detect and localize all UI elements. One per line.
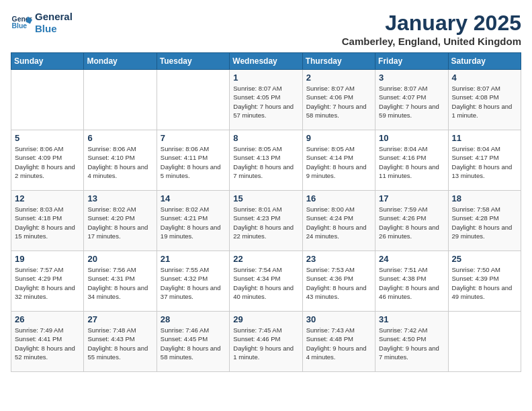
day-number: 19 — [15, 254, 80, 264]
calendar-cell: 29Sunrise: 7:45 AM Sunset: 4:46 PM Dayli… — [230, 312, 302, 372]
day-info: Sunrise: 8:02 AM Sunset: 4:20 PM Dayligh… — [87, 205, 152, 240]
day-number: 12 — [15, 193, 80, 203]
calendar-cell: 21Sunrise: 7:55 AM Sunset: 4:32 PM Dayli… — [157, 251, 229, 312]
week-row-4: 19Sunrise: 7:57 AM Sunset: 4:29 PM Dayli… — [11, 251, 521, 312]
day-info: Sunrise: 7:45 AM Sunset: 4:46 PM Dayligh… — [233, 326, 298, 361]
week-row-2: 5Sunrise: 8:06 AM Sunset: 4:09 PM Daylig… — [11, 130, 521, 191]
day-number: 8 — [233, 133, 298, 143]
day-number: 29 — [233, 314, 298, 324]
calendar-cell: 13Sunrise: 8:02 AM Sunset: 4:20 PM Dayli… — [84, 191, 157, 251]
calendar-cell — [157, 70, 229, 130]
day-info: Sunrise: 8:04 AM Sunset: 4:16 PM Dayligh… — [379, 144, 444, 180]
day-number: 7 — [161, 133, 226, 143]
day-number: 28 — [161, 314, 226, 324]
logo-text-line1: General — [35, 11, 73, 23]
calendar-cell: 24Sunrise: 7:51 AM Sunset: 4:38 PM Dayli… — [375, 251, 448, 312]
week-row-1: 1Sunrise: 8:07 AM Sunset: 4:05 PM Daylig… — [11, 70, 521, 130]
day-info: Sunrise: 7:56 AM Sunset: 4:31 PM Dayligh… — [87, 265, 152, 301]
day-number: 10 — [379, 133, 444, 143]
calendar-cell: 10Sunrise: 8:04 AM Sunset: 4:16 PM Dayli… — [375, 130, 448, 191]
calendar-cell: 14Sunrise: 8:02 AM Sunset: 4:21 PM Dayli… — [157, 191, 229, 251]
calendar-cell: 9Sunrise: 8:05 AM Sunset: 4:14 PM Daylig… — [302, 130, 375, 191]
header-monday: Monday — [84, 53, 157, 70]
day-number: 1 — [233, 73, 298, 83]
day-info: Sunrise: 8:04 AM Sunset: 4:17 PM Dayligh… — [452, 144, 517, 180]
logo: General Blue General Blue — [11, 11, 73, 35]
day-info: Sunrise: 8:01 AM Sunset: 4:23 PM Dayligh… — [233, 205, 298, 240]
day-info: Sunrise: 7:42 AM Sunset: 4:50 PM Dayligh… — [379, 326, 444, 361]
day-info: Sunrise: 8:05 AM Sunset: 4:13 PM Dayligh… — [233, 144, 298, 180]
calendar-cell: 12Sunrise: 8:03 AM Sunset: 4:18 PM Dayli… — [11, 191, 84, 251]
location: Camberley, England, United Kingdom — [342, 36, 521, 47]
calendar-cell — [84, 70, 157, 130]
day-number: 23 — [306, 254, 371, 264]
day-info: Sunrise: 7:59 AM Sunset: 4:26 PM Dayligh… — [379, 205, 444, 240]
day-number: 21 — [161, 254, 226, 264]
calendar-cell: 20Sunrise: 7:56 AM Sunset: 4:31 PM Dayli… — [84, 251, 157, 312]
calendar-cell: 19Sunrise: 7:57 AM Sunset: 4:29 PM Dayli… — [11, 251, 84, 312]
day-info: Sunrise: 8:07 AM Sunset: 4:06 PM Dayligh… — [306, 84, 371, 120]
day-number: 18 — [452, 193, 517, 203]
header-friday: Friday — [375, 53, 448, 70]
day-number: 25 — [452, 254, 517, 264]
calendar-cell: 16Sunrise: 8:00 AM Sunset: 4:24 PM Dayli… — [302, 191, 375, 251]
calendar-header-row: SundayMondayTuesdayWednesdayThursdayFrid… — [11, 53, 521, 70]
day-number: 27 — [87, 314, 152, 324]
day-info: Sunrise: 7:46 AM Sunset: 4:45 PM Dayligh… — [161, 326, 226, 361]
day-info: Sunrise: 7:48 AM Sunset: 4:43 PM Dayligh… — [87, 326, 152, 361]
day-info: Sunrise: 8:07 AM Sunset: 4:07 PM Dayligh… — [379, 84, 444, 120]
day-number: 11 — [452, 133, 517, 143]
day-number: 20 — [87, 254, 152, 264]
day-info: Sunrise: 7:55 AM Sunset: 4:32 PM Dayligh… — [161, 265, 226, 301]
day-info: Sunrise: 8:03 AM Sunset: 4:18 PM Dayligh… — [15, 205, 80, 240]
day-info: Sunrise: 7:58 AM Sunset: 4:28 PM Dayligh… — [452, 205, 517, 240]
day-info: Sunrise: 7:50 AM Sunset: 4:39 PM Dayligh… — [452, 265, 517, 301]
logo-icon: General Blue — [11, 12, 32, 34]
day-number: 26 — [15, 314, 80, 324]
day-number: 16 — [306, 193, 371, 203]
day-info: Sunrise: 8:05 AM Sunset: 4:14 PM Dayligh… — [306, 144, 371, 180]
calendar-cell: 8Sunrise: 8:05 AM Sunset: 4:13 PM Daylig… — [230, 130, 302, 191]
day-number: 6 — [87, 133, 152, 143]
calendar-cell: 7Sunrise: 8:06 AM Sunset: 4:11 PM Daylig… — [157, 130, 229, 191]
header-saturday: Saturday — [448, 53, 521, 70]
day-info: Sunrise: 8:06 AM Sunset: 4:10 PM Dayligh… — [87, 144, 152, 180]
day-info: Sunrise: 7:49 AM Sunset: 4:41 PM Dayligh… — [15, 326, 80, 361]
day-number: 13 — [87, 193, 152, 203]
day-number: 15 — [233, 193, 298, 203]
page-header: General Blue General Blue January 2025 C… — [11, 11, 521, 47]
day-info: Sunrise: 7:57 AM Sunset: 4:29 PM Dayligh… — [15, 265, 80, 301]
day-number: 30 — [306, 314, 371, 324]
calendar-table: SundayMondayTuesdayWednesdayThursdayFrid… — [11, 52, 521, 372]
calendar-cell: 4Sunrise: 8:07 AM Sunset: 4:08 PM Daylig… — [448, 70, 521, 130]
day-info: Sunrise: 8:06 AM Sunset: 4:09 PM Dayligh… — [15, 144, 80, 180]
calendar-cell: 15Sunrise: 8:01 AM Sunset: 4:23 PM Dayli… — [230, 191, 302, 251]
day-info: Sunrise: 7:53 AM Sunset: 4:36 PM Dayligh… — [306, 265, 371, 301]
calendar-cell: 17Sunrise: 7:59 AM Sunset: 4:26 PM Dayli… — [375, 191, 448, 251]
calendar-cell: 3Sunrise: 8:07 AM Sunset: 4:07 PM Daylig… — [375, 70, 448, 130]
day-info: Sunrise: 7:51 AM Sunset: 4:38 PM Dayligh… — [379, 265, 444, 301]
calendar-cell: 23Sunrise: 7:53 AM Sunset: 4:36 PM Dayli… — [302, 251, 375, 312]
calendar-cell: 6Sunrise: 8:06 AM Sunset: 4:10 PM Daylig… — [84, 130, 157, 191]
logo-text-line2: Blue — [35, 23, 73, 35]
calendar-cell: 26Sunrise: 7:49 AM Sunset: 4:41 PM Dayli… — [11, 312, 84, 372]
calendar-cell: 27Sunrise: 7:48 AM Sunset: 4:43 PM Dayli… — [84, 312, 157, 372]
week-row-5: 26Sunrise: 7:49 AM Sunset: 4:41 PM Dayli… — [11, 312, 521, 372]
day-number: 3 — [379, 73, 444, 83]
header-sunday: Sunday — [11, 53, 84, 70]
day-info: Sunrise: 8:00 AM Sunset: 4:24 PM Dayligh… — [306, 205, 371, 240]
day-info: Sunrise: 8:07 AM Sunset: 4:05 PM Dayligh… — [233, 84, 298, 120]
day-number: 2 — [306, 73, 371, 83]
calendar-cell — [11, 70, 84, 130]
calendar-cell: 31Sunrise: 7:42 AM Sunset: 4:50 PM Dayli… — [375, 312, 448, 372]
day-number: 17 — [379, 193, 444, 203]
calendar-cell: 2Sunrise: 8:07 AM Sunset: 4:06 PM Daylig… — [302, 70, 375, 130]
calendar-cell: 18Sunrise: 7:58 AM Sunset: 4:28 PM Dayli… — [448, 191, 521, 251]
calendar-cell: 28Sunrise: 7:46 AM Sunset: 4:45 PM Dayli… — [157, 312, 229, 372]
header-thursday: Thursday — [302, 53, 375, 70]
title-block: January 2025 Camberley, England, United … — [342, 11, 521, 47]
calendar-cell: 11Sunrise: 8:04 AM Sunset: 4:17 PM Dayli… — [448, 130, 521, 191]
calendar-cell: 30Sunrise: 7:43 AM Sunset: 4:48 PM Dayli… — [302, 312, 375, 372]
day-number: 31 — [379, 314, 444, 324]
calendar-cell: 5Sunrise: 8:06 AM Sunset: 4:09 PM Daylig… — [11, 130, 84, 191]
